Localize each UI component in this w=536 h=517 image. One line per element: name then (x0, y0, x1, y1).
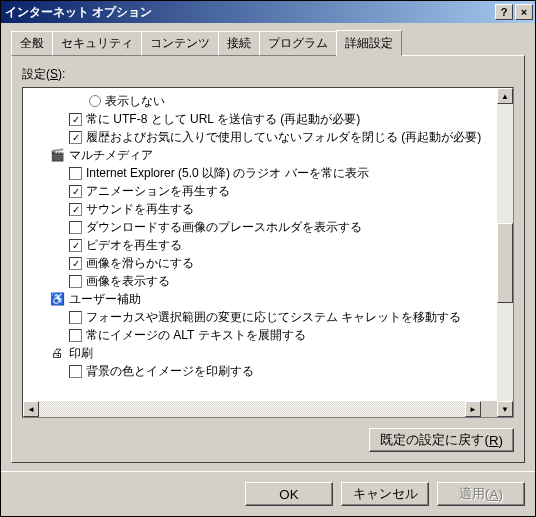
window-title: インターネット オプション (5, 4, 495, 21)
tree-row-0[interactable]: 表示しない (25, 92, 495, 110)
tree-item-label: 画像を滑らかにする (86, 255, 194, 272)
help-button[interactable]: ? (495, 4, 513, 20)
checkbox-icon[interactable] (69, 221, 82, 234)
titlebar-buttons: ? × (495, 4, 533, 20)
dialog-content: 全般セキュリティコンテンツ接続プログラム詳細設定 設定(S): 表示しない✓常に… (1, 23, 535, 471)
tree-item-label: 背景の色とイメージを印刷する (86, 363, 254, 380)
tree-item-label: 印刷 (69, 345, 93, 362)
tree-row-4[interactable]: Internet Explorer (5.0 以降) のラジオ バーを常に表示 (25, 164, 495, 182)
tree-row-1[interactable]: ✓常に UTF-8 として URL を送信する (再起動が必要) (25, 110, 495, 128)
tree-row-3: 🎬マルチメディア (25, 146, 495, 164)
checkbox-icon[interactable]: ✓ (69, 185, 82, 198)
multimedia-icon: 🎬 (49, 147, 65, 163)
tree-item-label: サウンドを再生する (86, 201, 194, 218)
tree-row-10[interactable]: 画像を表示する (25, 272, 495, 290)
tree-item-label: マルチメディア (69, 147, 153, 164)
tree-item-label: Internet Explorer (5.0 以降) のラジオ バーを常に表示 (86, 165, 369, 182)
scrollbar-horizontal[interactable]: ◄ ► (23, 401, 497, 417)
tree-item-label: 常にイメージの ALT テキストを展開する (86, 327, 306, 344)
ok-button[interactable]: OK (245, 482, 333, 506)
checkbox-icon[interactable] (69, 329, 82, 342)
titlebar: インターネット オプション ? × (1, 1, 535, 23)
tree-row-7[interactable]: ダウンロードする画像のプレースホルダを表示する (25, 218, 495, 236)
restore-defaults-button[interactable]: 既定の設定に戻す(R) (369, 428, 514, 452)
printer-icon: 🖨 (49, 345, 65, 361)
tree-row-5[interactable]: ✓アニメーションを再生する (25, 182, 495, 200)
scroll-right-button[interactable]: ► (465, 401, 481, 417)
scroll-up-button[interactable]: ▲ (497, 88, 513, 104)
tab-strip: 全般セキュリティコンテンツ接続プログラム詳細設定 (11, 31, 525, 56)
scroll-thumb[interactable] (497, 223, 513, 303)
tree-row-9[interactable]: ✓画像を滑らかにする (25, 254, 495, 272)
checkbox-icon[interactable] (69, 167, 82, 180)
tab-0[interactable]: 全般 (11, 31, 53, 56)
scrollbar-vertical[interactable]: ▲ ▼ (497, 88, 513, 417)
checkbox-icon[interactable]: ✓ (69, 239, 82, 252)
tree-content: 表示しない✓常に UTF-8 として URL を送信する (再起動が必要)✓履歴… (23, 88, 497, 401)
tree-item-label: ユーザー補助 (69, 291, 141, 308)
accessibility-icon: ♿ (49, 291, 65, 307)
tree-item-label: 履歴およびお気に入りで使用していないフォルダを閉じる (再起動が必要) (86, 129, 481, 146)
tree-item-label: 常に UTF-8 として URL を送信する (再起動が必要) (86, 111, 360, 128)
cancel-button[interactable]: キャンセル (341, 482, 429, 506)
tab-3[interactable]: 接続 (218, 31, 260, 56)
checkbox-icon[interactable]: ✓ (69, 131, 82, 144)
settings-tree: 表示しない✓常に UTF-8 として URL を送信する (再起動が必要)✓履歴… (22, 87, 514, 418)
tree-row-14: 🖨印刷 (25, 344, 495, 362)
scroll-track-v[interactable] (497, 104, 513, 401)
checkbox-icon[interactable]: ✓ (69, 203, 82, 216)
tree-row-15[interactable]: 背景の色とイメージを印刷する (25, 362, 495, 380)
tree-item-label: アニメーションを再生する (86, 183, 230, 200)
tree-item-label: 表示しない (105, 93, 165, 110)
scroll-left-button[interactable]: ◄ (23, 401, 39, 417)
internet-options-dialog: インターネット オプション ? × 全般セキュリティコンテンツ接続プログラム詳細… (0, 0, 536, 517)
tree-row-6[interactable]: ✓サウンドを再生する (25, 200, 495, 218)
checkbox-icon[interactable]: ✓ (69, 113, 82, 126)
tab-2[interactable]: コンテンツ (141, 31, 219, 56)
checkbox-icon[interactable] (69, 275, 82, 288)
tree-row-13[interactable]: 常にイメージの ALT テキストを展開する (25, 326, 495, 344)
tree-row-12[interactable]: フォーカスや選択範囲の変更に応じてシステム キャレットを移動する (25, 308, 495, 326)
dialog-buttons: OK キャンセル 適用(A) (1, 471, 535, 516)
tree-row-2[interactable]: ✓履歴およびお気に入りで使用していないフォルダを閉じる (再起動が必要) (25, 128, 495, 146)
restore-row: 既定の設定に戻す(R) (22, 428, 514, 452)
tree-item-label: ダウンロードする画像のプレースホルダを表示する (86, 219, 362, 236)
advanced-tab-panel: 設定(S): 表示しない✓常に UTF-8 として URL を送信する (再起動… (11, 55, 525, 463)
checkbox-icon[interactable]: ✓ (69, 257, 82, 270)
tree-row-11: ♿ユーザー補助 (25, 290, 495, 308)
tree-item-label: ビデオを再生する (86, 237, 182, 254)
tab-4[interactable]: プログラム (259, 31, 337, 56)
scroll-track-h[interactable] (39, 401, 465, 417)
apply-button[interactable]: 適用(A) (437, 482, 525, 506)
checkbox-icon[interactable] (69, 365, 82, 378)
tree-row-8[interactable]: ✓ビデオを再生する (25, 236, 495, 254)
radio-icon[interactable] (89, 95, 101, 107)
tree-item-label: 画像を表示する (86, 273, 170, 290)
checkbox-icon[interactable] (69, 311, 82, 324)
tab-1[interactable]: セキュリティ (52, 31, 142, 56)
close-button[interactable]: × (515, 4, 533, 20)
tab-5[interactable]: 詳細設定 (336, 30, 402, 56)
settings-label: 設定(S): (22, 66, 514, 83)
tree-item-label: フォーカスや選択範囲の変更に応じてシステム キャレットを移動する (86, 309, 461, 326)
scroll-down-button[interactable]: ▼ (497, 401, 513, 417)
